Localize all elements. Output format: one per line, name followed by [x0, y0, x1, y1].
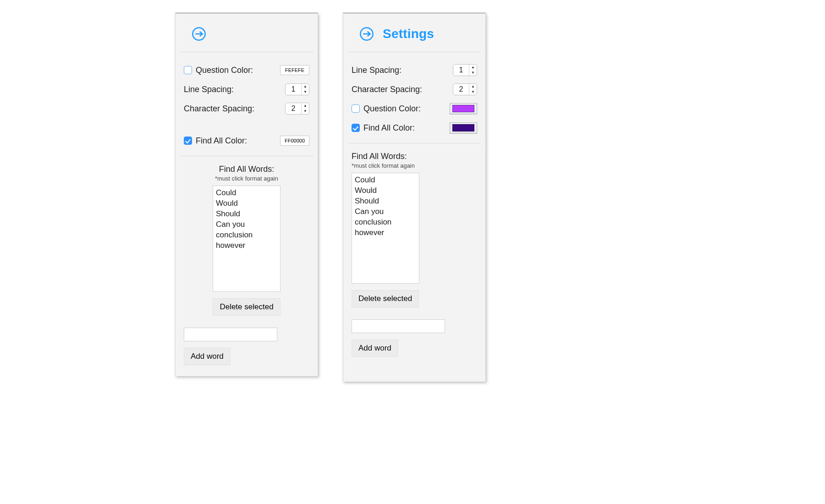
line-spacing-value: 1 — [286, 84, 301, 95]
panel-title: Settings — [383, 27, 434, 41]
find-all-color-swatch[interactable] — [450, 122, 477, 133]
question-color-row: Question Color: — [184, 60, 309, 80]
chevron-up-icon[interactable]: ▲ — [302, 84, 309, 89]
character-spacing-row: Character Spacing: 2 ▲▼ — [352, 80, 477, 99]
line-spacing-stepper[interactable]: 1 ▲▼ — [285, 83, 309, 95]
list-item[interactable]: however — [355, 228, 416, 238]
character-spacing-stepper[interactable]: 2 ▲▼ — [453, 83, 477, 95]
question-color-label: Question Color: — [363, 104, 421, 114]
delete-selected-button[interactable]: Delete selected — [352, 290, 419, 307]
find-all-color-checkbox[interactable] — [184, 137, 192, 145]
find-all-words-note: *must click format again — [352, 162, 477, 173]
color-swatch — [452, 124, 474, 131]
panel-header — [180, 13, 313, 52]
line-spacing-row: Line Spacing: 1 ▲▼ — [184, 80, 309, 99]
find-all-words-list[interactable]: CouldWouldShouldCan youconclusionhowever — [352, 173, 419, 284]
find-all-words-section: Find All Words: *must click format again… — [343, 147, 485, 357]
find-all-words-label: Find All Words: — [352, 149, 477, 162]
divider — [348, 143, 481, 143]
chevron-up-icon[interactable]: ▲ — [469, 84, 477, 89]
character-spacing-row: Character Spacing: 2 ▲▼ — [184, 99, 309, 118]
find-all-words-note: *must click format again — [215, 175, 278, 186]
chevron-down-icon[interactable]: ▼ — [302, 89, 309, 95]
arrow-circle-right-icon — [191, 26, 207, 42]
chevron-up-icon[interactable]: ▲ — [469, 65, 477, 70]
line-spacing-label: Line Spacing: — [352, 66, 402, 75]
divider — [180, 156, 313, 156]
find-all-words-list[interactable]: CouldWouldShouldCan youconclusionhowever — [213, 186, 280, 292]
new-word-input[interactable] — [352, 319, 445, 333]
settings-section: Line Spacing: 1 ▲▼ Character Spacing: 2 … — [343, 52, 485, 139]
list-item[interactable]: conclusion — [355, 217, 416, 228]
chevron-down-icon[interactable]: ▼ — [469, 70, 477, 76]
settings-panel-variant-b: Settings Line Spacing: 1 ▲▼ Character Sp… — [343, 13, 486, 382]
find-all-color-checkbox[interactable] — [352, 124, 360, 132]
settings-section: Question Color: Line Spacing: 1 ▲▼ Chara… — [176, 52, 318, 152]
find-all-words-section: Find All Words: *must click format again… — [176, 160, 318, 316]
question-color-swatch[interactable] — [450, 103, 477, 114]
list-item[interactable]: however — [216, 241, 277, 251]
line-spacing-value: 1 — [453, 65, 469, 76]
settings-panel-variant-a: Question Color: Line Spacing: 1 ▲▼ Chara… — [175, 13, 318, 376]
list-item[interactable]: conclusion — [216, 230, 277, 241]
question-color-input[interactable] — [280, 65, 309, 75]
line-spacing-label: Line Spacing: — [184, 85, 234, 94]
delete-selected-button[interactable]: Delete selected — [213, 298, 280, 316]
color-swatch — [452, 105, 474, 112]
list-item[interactable]: Could — [216, 188, 277, 198]
add-word-button[interactable]: Add word — [352, 340, 398, 357]
character-spacing-label: Character Spacing: — [352, 85, 422, 94]
find-all-color-label: Find All Color: — [363, 123, 415, 133]
list-item[interactable]: Can you — [216, 219, 277, 230]
list-item[interactable]: Would — [355, 186, 416, 196]
find-all-color-row: Find All Color: — [352, 118, 477, 137]
chevron-down-icon[interactable]: ▼ — [302, 109, 309, 114]
chevron-down-icon[interactable]: ▼ — [469, 89, 477, 95]
line-spacing-row: Line Spacing: 1 ▲▼ — [352, 60, 477, 80]
character-spacing-value: 2 — [453, 84, 469, 95]
question-color-label: Question Color: — [196, 66, 253, 75]
arrow-circle-right-icon — [359, 26, 374, 42]
character-spacing-value: 2 — [286, 103, 301, 114]
character-spacing-stepper[interactable]: 2 ▲▼ — [285, 103, 309, 115]
question-color-row: Question Color: — [352, 99, 477, 118]
find-all-color-row: Find All Color: — [184, 131, 309, 150]
find-all-words-label: Find All Words: — [219, 162, 275, 175]
list-item[interactable]: Should — [216, 209, 277, 219]
character-spacing-label: Character Spacing: — [184, 104, 254, 114]
new-word-input[interactable] — [184, 328, 277, 341]
add-word-button[interactable]: Add word — [184, 348, 231, 365]
panel-header: Settings — [348, 13, 481, 52]
find-all-color-label: Find All Color: — [196, 136, 247, 146]
question-color-checkbox[interactable] — [184, 66, 192, 74]
find-all-color-input[interactable] — [280, 136, 309, 146]
line-spacing-stepper[interactable]: 1 ▲▼ — [453, 64, 477, 76]
list-item[interactable]: Would — [216, 198, 277, 209]
question-color-checkbox[interactable] — [352, 104, 360, 113]
list-item[interactable]: Could — [355, 175, 416, 186]
chevron-up-icon[interactable]: ▲ — [302, 103, 309, 109]
list-item[interactable]: Should — [355, 196, 416, 207]
list-item[interactable]: Can you — [355, 207, 416, 217]
